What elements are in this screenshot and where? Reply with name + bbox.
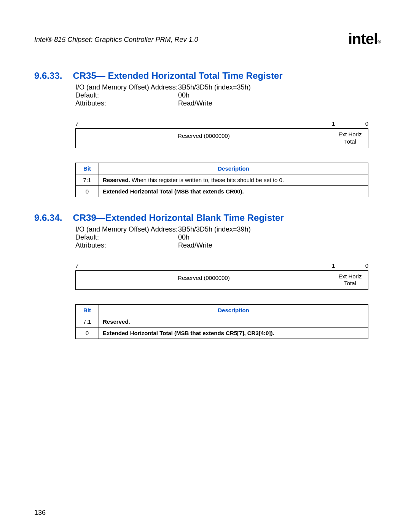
ext-line2: Total	[344, 138, 356, 145]
info-label: Default:	[75, 233, 178, 241]
desc-bold: Extended Horizontal Total (MSB that exte…	[103, 188, 244, 195]
info-label: Default:	[75, 91, 178, 99]
info-row: Attributes: Read/Write	[75, 99, 381, 107]
info-value: Read/Write	[178, 99, 212, 107]
bit-num: 1	[332, 120, 358, 127]
ext-horiz-field: Ext Horiz Total	[332, 129, 368, 148]
page-header: Intel® 815 Chipset: Graphics Controller …	[34, 27, 381, 44]
section-heading: 9.6.33. CR35— Extended Horizontal Total …	[34, 70, 381, 81]
bit-layout: 7 1 0 Reserved (0000000) Ext Horiz Total	[75, 120, 368, 148]
reserved-field: Reserved (0000000)	[76, 271, 332, 290]
bit-diagram: Reserved (0000000) Ext Horiz Total	[75, 270, 368, 290]
register-info: I/O (and Memory Offset) Address: 3B5h/3D…	[75, 83, 381, 107]
section-heading: 9.6.34. CR39—Extended Horizontal Blank T…	[34, 212, 381, 223]
info-row: I/O (and Memory Offset) Address: 3B5h/3D…	[75, 225, 381, 233]
cell-description: Extended Horizontal Total (MSB that exte…	[99, 328, 368, 339]
bit-description-table: Bit Description 7:1 Reserved. When this …	[75, 163, 368, 197]
doc-title: Intel® 815 Chipset: Graphics Controller …	[34, 36, 198, 44]
bit-num: 0	[358, 262, 368, 269]
table-header: Bit Description	[76, 163, 368, 174]
section-9-6-34: 9.6.34. CR39—Extended Horizontal Blank T…	[34, 212, 381, 339]
ext-line1: Ext Horiz	[339, 131, 362, 137]
page-number: 136	[34, 509, 46, 517]
table-row: 0 Extended Horizontal Total (MSB that ex…	[76, 328, 368, 339]
section-number: 9.6.34.	[34, 212, 62, 223]
bit-numbers: 7 1 0	[75, 262, 368, 269]
logo-text: intel	[348, 30, 378, 47]
bit-num: 1	[332, 262, 358, 269]
desc-bold: Extended Horizontal Total (MSB that exte…	[103, 330, 274, 336]
col-bit: Bit	[76, 163, 99, 174]
table-row: 7:1 Reserved. When this register is writ…	[76, 174, 368, 185]
col-description: Description	[99, 305, 368, 316]
info-label: I/O (and Memory Offset) Address:	[75, 225, 178, 233]
bit-numbers: 7 1 0	[75, 120, 368, 127]
info-value: Read/Write	[178, 241, 212, 249]
table-row: 7:1 Reserved.	[76, 316, 368, 328]
cell-bit: 7:1	[76, 316, 99, 328]
bit-diagram: Reserved (0000000) Ext Horiz Total	[75, 128, 368, 148]
bit-description-table: Bit Description 7:1 Reserved. 0 Extended…	[75, 304, 368, 339]
info-row: Default: 00h	[75, 91, 381, 99]
desc-bold: Reserved.	[103, 318, 130, 325]
info-label: Attributes:	[75, 241, 178, 249]
info-row: Attributes: Read/Write	[75, 241, 381, 249]
cell-bit: 0	[76, 185, 99, 197]
cell-bit: 0	[76, 328, 99, 339]
col-description: Description	[99, 163, 368, 174]
table-row: 0 Extended Horizontal Total (MSB that ex…	[76, 185, 368, 197]
info-row: Default: 00h	[75, 233, 381, 241]
section-title: CR35— Extended Horizontal Total Time Reg…	[73, 70, 282, 81]
info-value: 3B5h/3D5h (index=35h)	[178, 83, 251, 91]
col-bit: Bit	[76, 305, 99, 316]
table-header: Bit Description	[76, 305, 368, 316]
cell-description: Reserved. When this register is written …	[99, 174, 368, 185]
intel-logo: intel®	[348, 30, 381, 48]
info-value: 00h	[178, 233, 190, 241]
desc-rest: When this register is written to, these …	[130, 177, 284, 183]
info-label: Attributes:	[75, 99, 178, 107]
section-9-6-33: 9.6.33. CR35— Extended Horizontal Total …	[34, 70, 381, 197]
register-info: I/O (and Memory Offset) Address: 3B5h/3D…	[75, 225, 381, 249]
section-number: 9.6.33.	[34, 70, 62, 81]
bit-layout: 7 1 0 Reserved (0000000) Ext Horiz Total	[75, 262, 368, 290]
info-label: I/O (and Memory Offset) Address:	[75, 83, 178, 91]
cell-description: Reserved.	[99, 316, 368, 328]
ext-line2: Total	[344, 280, 356, 286]
info-value: 00h	[178, 91, 190, 99]
ext-line1: Ext Horiz	[339, 273, 362, 280]
page: Intel® 815 Chipset: Graphics Controller …	[0, 0, 411, 339]
cell-description: Extended Horizontal Total (MSB that exte…	[99, 185, 368, 197]
info-row: I/O (and Memory Offset) Address: 3B5h/3D…	[75, 83, 381, 91]
reserved-field: Reserved (0000000)	[76, 129, 332, 148]
info-value: 3B5h/3D5h (index=39h)	[178, 225, 251, 233]
bit-num: 0	[358, 120, 368, 127]
desc-bold: Reserved.	[103, 177, 130, 183]
section-title: CR39—Extended Horizontal Blank Time Regi…	[73, 212, 284, 223]
ext-horiz-field: Ext Horiz Total	[332, 271, 368, 290]
logo-sub: ®	[378, 39, 381, 45]
cell-bit: 7:1	[76, 174, 99, 185]
